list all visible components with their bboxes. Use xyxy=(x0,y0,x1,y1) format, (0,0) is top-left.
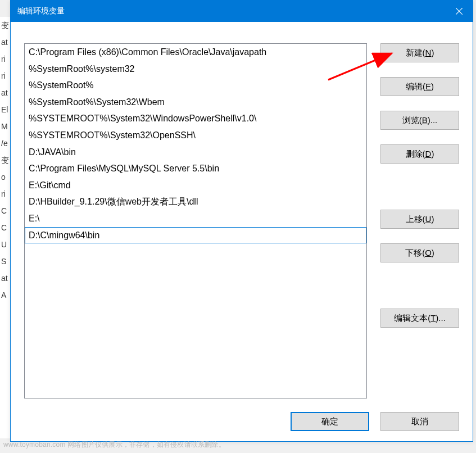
delete-button[interactable]: 删除(D) xyxy=(380,144,459,164)
edit-text-button[interactable]: 编辑文本(T)... xyxy=(380,309,459,328)
close-button[interactable] xyxy=(446,1,473,22)
move-up-button[interactable]: 上移(U) xyxy=(380,210,459,229)
move-down-button[interactable]: 下移(O) xyxy=(380,243,459,262)
ok-button[interactable]: 确定 xyxy=(291,412,369,431)
titlebar: 编辑环境变量 xyxy=(11,1,473,22)
browse-button[interactable]: 浏览(B)... xyxy=(380,111,459,130)
list-item[interactable]: D:\C\mingw64\bin xyxy=(25,227,366,244)
edit-button[interactable]: 编辑(E) xyxy=(380,77,459,96)
side-buttons: 新建(N) 编辑(E) 浏览(B)... 删除(D) 上移(U) 下移(O) xyxy=(380,43,459,398)
background-occluded-text: 变atririatElM/e变oriCCUSatA xyxy=(0,17,11,438)
list-item[interactable]: D:\HBuilder_9.1.29\微信web开发者工具\dll xyxy=(25,193,366,210)
titlebar-title: 编辑环境变量 xyxy=(17,6,65,16)
main-row: C:\Program Files (x86)\Common Files\Orac… xyxy=(24,43,459,398)
list-item[interactable]: %SystemRoot%\system32 xyxy=(25,61,366,78)
watermark-text: www.toymoban.com 网络图片仅供展示，非存储，如有侵权请联系删除。 xyxy=(3,440,225,450)
cancel-button[interactable]: 取消 xyxy=(380,412,459,431)
dialog-body: C:\Program Files (x86)\Common Files\Orac… xyxy=(11,22,473,441)
list-item[interactable]: C:\Program Files (x86)\Common Files\Orac… xyxy=(25,44,366,61)
close-icon xyxy=(456,8,463,15)
edit-env-var-dialog: 编辑环境变量 C:\Program Files (x86)\Common Fil… xyxy=(10,0,473,442)
list-item[interactable]: %SystemRoot% xyxy=(25,77,366,94)
list-item[interactable]: %SYSTEMROOT%\System32\OpenSSH\ xyxy=(25,127,366,144)
list-item[interactable]: C:\Program Files\MySQL\MySQL Server 5.5\… xyxy=(25,160,366,177)
list-item[interactable]: E:\Git\cmd xyxy=(25,177,366,194)
new-button[interactable]: 新建(N) xyxy=(380,43,459,62)
path-listbox[interactable]: C:\Program Files (x86)\Common Files\Orac… xyxy=(24,43,367,398)
bottom-button-row: 确定 取消 xyxy=(24,412,459,431)
list-item[interactable]: %SystemRoot%\System32\Wbem xyxy=(25,94,366,111)
list-item[interactable]: E:\ xyxy=(25,210,366,227)
list-item[interactable]: D:\JAVA\bin xyxy=(25,144,366,161)
list-item[interactable]: %SYSTEMROOT%\System32\WindowsPowerShell\… xyxy=(25,110,366,127)
